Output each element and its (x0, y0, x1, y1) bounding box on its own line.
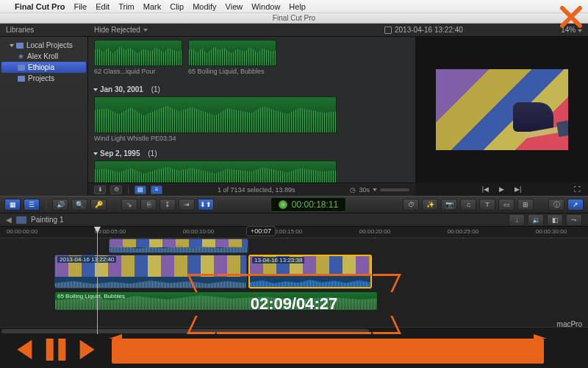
trim-tool-button[interactable]: ☰ (24, 199, 40, 210)
menu-help[interactable]: Help (289, 2, 306, 11)
next-frame-button[interactable]: ▶| (514, 185, 521, 193)
search-button[interactable]: 🔍 (71, 199, 87, 210)
pause-button[interactable] (41, 335, 71, 367)
hide-rejected-label: Hide Rejected (94, 26, 140, 34)
connect-clip-button[interactable]: ⎘ (140, 199, 157, 210)
clip-browser: 62 Glass...iquid Pour 65 Boiling Liquid,… (88, 37, 415, 196)
generators-browser-button[interactable]: ▭ (498, 199, 514, 210)
enhance-button[interactable]: ✨ (422, 199, 438, 210)
arrow-tool-button[interactable]: ↘ (121, 199, 137, 210)
preview-image[interactable] (415, 37, 588, 183)
filmstrip-view-button[interactable]: ▤ (135, 185, 146, 194)
solo-button[interactable]: ◧ (547, 214, 563, 226)
offset-flag: +00:07 (246, 226, 276, 236)
snapping-button[interactable]: ⤳ (566, 214, 582, 226)
date-section-header[interactable]: Sep 2, 1995 (1) (94, 146, 409, 160)
connected-clip[interactable] (109, 238, 248, 253)
app-name[interactable]: Final Cut Pro (15, 2, 65, 11)
menu-view[interactable]: View (226, 2, 243, 11)
timeline-header: ◀ Painting 1 ⟂ 🔉 ◧ ⤳ (0, 213, 588, 227)
ruler-tick: 00:00:20:00 (359, 228, 390, 235)
thumbnail-size-slider[interactable] (380, 188, 409, 191)
skimming-button[interactable]: ⟂ (509, 214, 525, 226)
center-toolbar: ▦ ☰ 🔊 🔍 🔑 ↘ ⎘ ↧ ⇥ ⬇⬆ 00:00:18:11 ⏱ ✨ 📷 ♫… (0, 196, 588, 213)
clip-label: 65 Boiling Liquid, Bubbles (188, 66, 276, 79)
duration-slider-label: 30s (359, 186, 370, 194)
browser-filter[interactable]: Hide Rejected (88, 26, 379, 34)
settings-gear-icon[interactable]: ⚙ (110, 185, 122, 194)
titles-browser-button[interactable]: T (479, 199, 495, 210)
playhead[interactable] (97, 227, 98, 334)
menu-mark[interactable]: Mark (143, 2, 161, 11)
audio-clip-thumb[interactable] (94, 96, 337, 133)
menu-modify[interactable]: Modify (193, 2, 216, 11)
libraries-sidebar: Local Projects ★Alex Kroll Ethiopia Proj… (0, 37, 88, 196)
retime-button[interactable]: ⏱ (403, 199, 419, 210)
browser-footer: ⬇ ⚙ ▤ ≡ 1 of 7134 selected, 13.89s ◷ 30s (88, 183, 415, 196)
mac-menubar: Final Cut Pro File Edit Trim Mark Clip M… (0, 0, 588, 13)
volume-button[interactable]: 🔊 (52, 199, 68, 210)
append-clip-button[interactable]: ⇥ (179, 199, 195, 210)
inspector-button[interactable]: ⓘ (548, 199, 564, 210)
libraries-header: Libraries (0, 26, 88, 34)
themes-browser-button[interactable]: ⊞ (517, 199, 534, 210)
window-title: Final Cut Pro (0, 13, 588, 24)
ruler-tick: 00:00:10:00 (183, 228, 214, 235)
insert-clip-button[interactable]: ↧ (159, 199, 176, 210)
audio-clip-thumb[interactable] (94, 160, 337, 185)
prev-frame-button[interactable]: |◀ (482, 185, 489, 193)
chevron-down-icon (373, 188, 377, 191)
sidebar-item-ethiopia[interactable]: Ethiopia (1, 62, 86, 73)
sidebar-item-alex-kroll[interactable]: ★Alex Kroll (0, 51, 87, 62)
clip-label: 62 Glass...iquid Pour (94, 66, 182, 79)
music-browser-button[interactable]: ♫ (460, 199, 476, 210)
time-overlay: 02:09/04:27 (191, 274, 397, 334)
chevron-down-icon (143, 29, 148, 32)
clip-label: Wind Light Whistle PE03:34 (94, 133, 409, 146)
star-icon: ★ (18, 52, 25, 60)
ruler-tick: 00:00:15:00 (271, 228, 302, 235)
audio-clip-thumb[interactable] (188, 40, 276, 66)
playback-controls (0, 334, 588, 368)
brand-watermark: macPro (554, 320, 582, 328)
play-button[interactable]: ▶ (499, 185, 504, 193)
fullscreen-button[interactable]: ⛶ (574, 185, 581, 193)
ruler-tick: 00:00:00:00 (7, 228, 37, 235)
timeline-ruler[interactable]: 00:00:00:00 00:00:05:00 00:00:10:00 00:0… (0, 227, 588, 238)
timecode-display[interactable]: 00:00:18:11 (270, 197, 346, 212)
menu-window[interactable]: Window (251, 2, 280, 11)
previous-track-button[interactable] (7, 335, 37, 367)
viewer-panel: |◀ ▶ ▶| ⛶ (415, 37, 588, 196)
disclosure-triangle-icon (10, 44, 14, 47)
menu-file[interactable]: File (74, 2, 87, 11)
audio-clip-thumb[interactable] (94, 40, 182, 66)
menu-trim[interactable]: Trim (118, 2, 135, 11)
record-indicator-icon (279, 200, 287, 209)
list-view-button[interactable]: ≡ (151, 185, 162, 194)
svg-rect-1 (58, 339, 65, 361)
skip-back-icon (7, 335, 37, 364)
ruler-tick: 00:00:25:00 (448, 228, 478, 235)
sidebar-item-projects[interactable]: Projects (0, 73, 87, 84)
close-overlay-button[interactable] (556, 1, 587, 32)
date-section-header[interactable]: Jan 30, 2001 (1) (94, 82, 409, 96)
photos-browser-button[interactable]: 📷 (441, 199, 457, 210)
disclosure-triangle-icon (93, 152, 98, 155)
sidebar-item-local-projects[interactable]: Local Projects (0, 40, 87, 51)
menu-clip[interactable]: Clip (170, 2, 184, 11)
next-track-button[interactable] (75, 335, 104, 367)
select-tool-button[interactable]: ▦ (4, 199, 21, 210)
overwrite-clip-button[interactable]: ⬇⬆ (198, 199, 214, 210)
menu-edit[interactable]: Edit (96, 2, 110, 11)
project-name: Painting 1 (31, 216, 63, 224)
clock-icon: ◷ (350, 186, 356, 194)
progress-bar[interactable] (112, 339, 544, 364)
skip-forward-icon (75, 335, 104, 364)
audio-skimming-button[interactable]: 🔉 (528, 214, 544, 226)
keyword-button[interactable]: 🔑 (90, 199, 107, 210)
library-icon (16, 43, 24, 49)
import-button[interactable]: ⬇ (94, 185, 106, 194)
timeline-back-button[interactable]: ◀ (6, 216, 12, 224)
share-button[interactable]: ↗ (567, 199, 584, 210)
viewer-select-icon[interactable] (384, 26, 392, 34)
